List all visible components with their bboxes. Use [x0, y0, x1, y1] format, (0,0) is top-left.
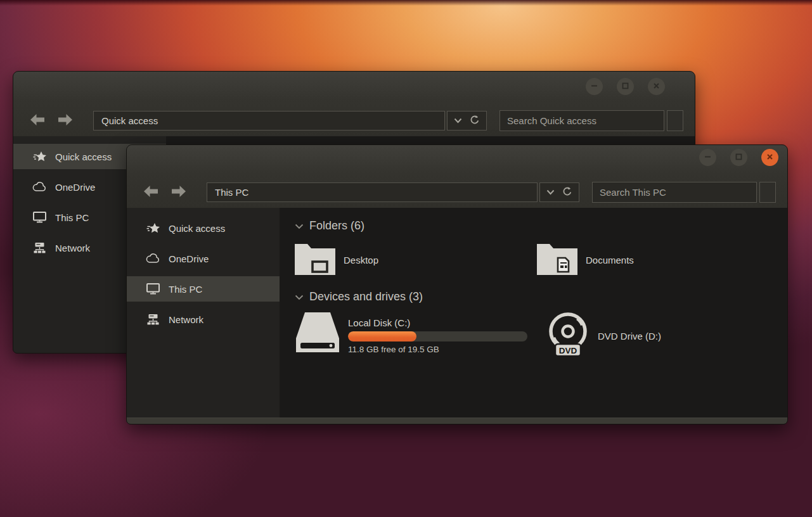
minimize-icon: [590, 82, 598, 92]
address-bar[interactable]: Quick access: [93, 111, 445, 131]
folder-label: Desktop: [344, 255, 378, 265]
address-text: Quick access: [101, 115, 158, 126]
sidebar-item-this-pc[interactable]: This PC: [127, 276, 280, 302]
sidebar-item-label: Network: [55, 243, 90, 253]
address-text: This PC: [215, 187, 248, 198]
address-bar-tools: [539, 182, 579, 202]
chevron-down-icon: [546, 188, 555, 197]
section-title: Folders (6): [309, 219, 364, 233]
section-title: Devices and drives (3): [309, 290, 423, 303]
minimize-icon: [704, 153, 712, 163]
sidebar-item-onedrive[interactable]: OneDrive: [127, 246, 280, 271]
refresh-button[interactable]: [470, 115, 480, 127]
back-button[interactable]: [143, 185, 158, 200]
chevron-down-icon: [454, 116, 462, 125]
folder-desktop-icon: [293, 241, 337, 279]
pin-star-icon: [146, 222, 160, 234]
drive-free-space: 11.8 GB free of 19.5 GB: [348, 345, 527, 354]
disk-usage-fill: [348, 331, 416, 341]
folder-label: Documents: [586, 255, 634, 265]
chevron-down-icon: [295, 290, 304, 303]
sidebar-item-label: Quick access: [169, 223, 225, 234]
sidebar-item-label: This PC: [55, 212, 89, 223]
sidebar-item-label: OneDrive: [169, 253, 209, 264]
drive-tile-local-disk-c[interactable]: Local Disk (C:) 11.8 GB free of 19.5 GB: [293, 310, 545, 361]
minimize-button[interactable]: [586, 78, 603, 95]
forward-button[interactable]: [171, 185, 186, 200]
titlebar[interactable]: [13, 72, 695, 105]
drive-label: Local Disk (C:): [348, 317, 527, 328]
back-button[interactable]: [30, 113, 45, 128]
monitor-icon: [32, 212, 46, 223]
dvd-disc-icon: DVD: [545, 310, 591, 361]
sidebar-item-label: Quick access: [55, 151, 112, 162]
refresh-button[interactable]: [562, 186, 572, 198]
maximize-button[interactable]: [617, 78, 634, 95]
search-options-button[interactable]: [667, 110, 683, 131]
close-icon: [652, 82, 661, 92]
window-controls: [586, 78, 665, 95]
forward-arrow-icon: [58, 113, 73, 128]
section-header-folders[interactable]: Folders (6): [295, 218, 787, 233]
forward-button[interactable]: [58, 113, 73, 128]
address-dropdown-button[interactable]: [454, 116, 462, 125]
monitor-icon: [146, 283, 160, 295]
disk-usage-bar: [348, 331, 527, 341]
window-controls: [699, 149, 778, 166]
address-bar-tools: [447, 111, 487, 131]
search-input[interactable]: [592, 182, 757, 203]
explorer-window-this-pc: This PC: [126, 144, 788, 424]
folder-tile-documents[interactable]: Documents: [536, 241, 778, 279]
drive-tile-dvd-d[interactable]: DVD DVD Drive (D:): [545, 310, 787, 361]
folder-tile-desktop[interactable]: Desktop: [293, 241, 536, 279]
cloud-icon: [32, 182, 46, 192]
address-dropdown-button[interactable]: [546, 188, 555, 197]
forward-arrow-icon: [171, 185, 186, 200]
close-button[interactable]: [648, 78, 665, 95]
pin-star-icon: [32, 151, 46, 163]
maximize-icon: [735, 153, 743, 163]
titlebar[interactable]: [127, 145, 787, 176]
cloud-icon: [146, 253, 160, 264]
network-icon: [146, 314, 160, 325]
folder-documents-icon: [536, 241, 579, 279]
sidebar-item-label: OneDrive: [55, 182, 95, 193]
sidebar-item-label: Network: [169, 314, 203, 325]
back-arrow-icon: [30, 113, 45, 128]
network-icon: [32, 242, 46, 253]
address-bar[interactable]: This PC: [207, 182, 538, 202]
search-options-button[interactable]: [759, 182, 776, 203]
drive-label: DVD Drive (D:): [598, 331, 661, 341]
maximize-button[interactable]: [730, 149, 747, 166]
close-button[interactable]: [761, 149, 778, 166]
file-list-area: Folders (6) Desktop: [280, 208, 787, 419]
close-icon: [766, 153, 774, 163]
sidebar-item-label: This PC: [169, 284, 202, 295]
minimize-button[interactable]: [699, 149, 716, 166]
refresh-icon: [470, 115, 480, 127]
sidebar-item-quick-access[interactable]: Quick access: [127, 215, 280, 241]
section-header-devices[interactable]: Devices and drives (3): [295, 289, 787, 304]
status-bar: [127, 418, 787, 424]
navigation-toolbar: This PC: [127, 176, 787, 208]
navigation-toolbar: Quick access: [13, 105, 695, 136]
chevron-down-icon: [295, 219, 304, 233]
search-input[interactable]: [499, 110, 664, 131]
refresh-icon: [562, 186, 572, 198]
navigation-sidebar: Quick access OneDrive This PC Network: [127, 208, 280, 419]
back-arrow-icon: [143, 185, 158, 200]
hard-drive-icon: [293, 310, 342, 361]
sidebar-item-network[interactable]: Network: [127, 307, 280, 332]
maximize-icon: [621, 82, 629, 92]
dvd-badge-text: DVD: [559, 346, 577, 355]
